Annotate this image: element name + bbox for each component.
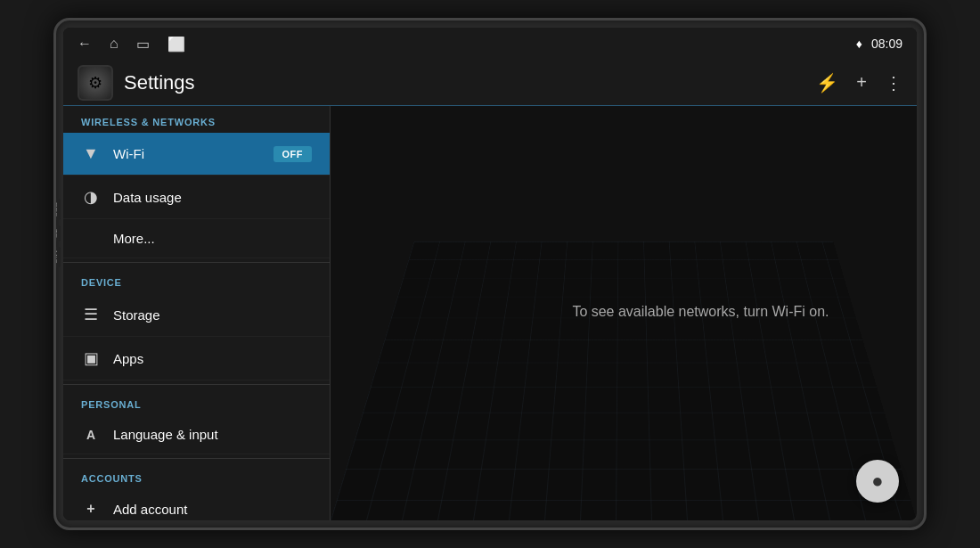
- screenshot-icon[interactable]: ⬜: [167, 36, 185, 53]
- app-icon: ⚙: [78, 65, 113, 101]
- device-frame: RES TF MIC ← ⌂ ▭ ⬜ ♦ 08:09 ⚙ Settings ⚡: [53, 18, 927, 530]
- sidebar-item-storage[interactable]: ☰ Storage: [63, 293, 330, 337]
- fab-icon: ●: [871, 470, 883, 493]
- add-icon[interactable]: +: [856, 72, 867, 93]
- side-buttons: RES TF MIC: [53, 199, 61, 267]
- back-icon[interactable]: ←: [78, 36, 92, 52]
- settings-list: WIRELESS & NETWORKS ▼ Wi-Fi OFF ◑ Data u…: [63, 106, 331, 520]
- fab-button[interactable]: ●: [856, 460, 899, 503]
- divider-device: [63, 262, 330, 263]
- home-icon[interactable]: ⌂: [110, 36, 118, 52]
- section-header-wireless: WIRELESS & NETWORKS: [63, 106, 330, 133]
- app-bar: ⚙ Settings ⚡ + ⋮: [63, 60, 917, 106]
- main-content: WIRELESS & NETWORKS ▼ Wi-Fi OFF ◑ Data u…: [63, 106, 917, 520]
- language-label: Language & input: [113, 427, 312, 442]
- more-label: More...: [113, 231, 312, 246]
- wifi-toggle[interactable]: OFF: [274, 146, 313, 162]
- divider-personal: [63, 384, 330, 385]
- sidebar-item-language[interactable]: A Language & input: [63, 415, 330, 454]
- storage-icon: ☰: [81, 305, 101, 324]
- data-usage-icon: ◑: [81, 187, 101, 207]
- section-header-device: DEVICE: [63, 266, 330, 293]
- nav-icons: ← ⌂ ▭ ⬜: [78, 36, 185, 53]
- sidebar-item-data-usage[interactable]: ◑ Data usage: [63, 176, 330, 219]
- sidebar-item-apps[interactable]: ▣ Apps: [63, 337, 330, 380]
- screen: ← ⌂ ▭ ⬜ ♦ 08:09 ⚙ Settings ⚡ + ⋮: [63, 28, 917, 520]
- lightning-icon[interactable]: ⚡: [816, 72, 838, 94]
- app-icon-inner: ⚙: [79, 67, 111, 99]
- divider-accounts: [63, 458, 330, 459]
- right-panel: To see available networks, turn Wi-Fi on…: [331, 106, 917, 520]
- status-right: ♦ 08:09: [856, 37, 902, 51]
- section-header-personal: PERSONAL: [63, 389, 330, 415]
- recents-icon[interactable]: ▭: [136, 36, 150, 53]
- wifi-label: Wi-Fi: [113, 146, 274, 161]
- sidebar-item-more[interactable]: More...: [63, 219, 330, 258]
- mic-button[interactable]: MIC: [53, 247, 61, 267]
- storage-label: Storage: [113, 307, 312, 323]
- apps-icon: ▣: [81, 348, 101, 368]
- wifi-icon: ▼: [81, 144, 101, 163]
- status-bar: ← ⌂ ▭ ⬜ ♦ 08:09: [63, 28, 917, 60]
- more-icon[interactable]: ⋮: [885, 72, 902, 94]
- sidebar-item-add-account[interactable]: + Add account: [63, 489, 330, 520]
- data-usage-label: Data usage: [113, 190, 312, 205]
- section-header-accounts: ACCOUNTS: [63, 462, 330, 489]
- language-icon: A: [81, 428, 101, 442]
- wifi-message: To see available networks, turn Wi-Fi on…: [572, 304, 829, 320]
- apps-label: Apps: [113, 351, 312, 366]
- grid-background: [331, 241, 917, 520]
- clock: 08:09: [871, 37, 902, 51]
- gps-icon: ♦: [856, 37, 862, 51]
- tf-button[interactable]: TF: [53, 225, 61, 241]
- add-account-icon: +: [81, 501, 101, 517]
- page-title: Settings: [124, 71, 816, 94]
- add-account-label: Add account: [113, 502, 312, 517]
- app-bar-actions: ⚡ + ⋮: [816, 72, 902, 94]
- sidebar-item-wifi[interactable]: ▼ Wi-Fi OFF: [63, 133, 330, 176]
- res-button[interactable]: RES: [53, 199, 61, 220]
